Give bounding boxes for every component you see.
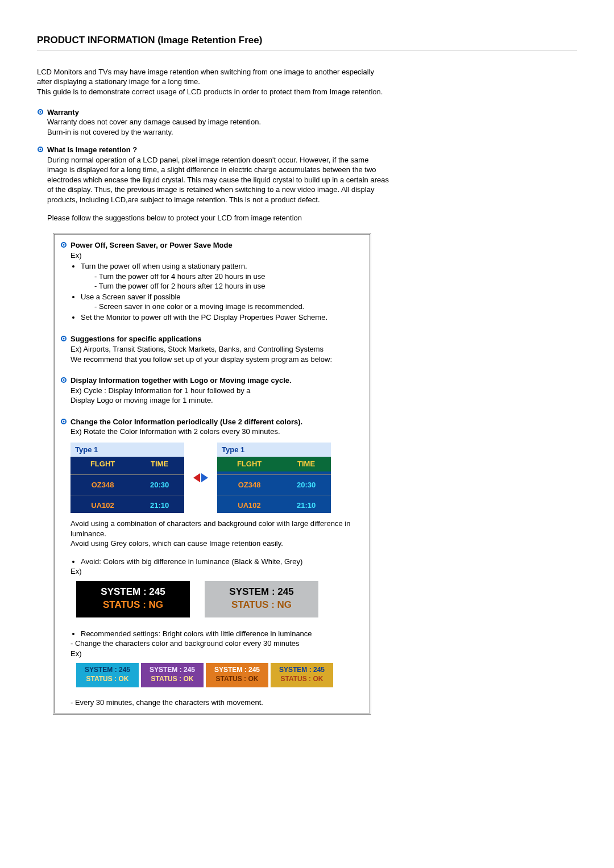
status-system-line: SYSTEM : 245 xyxy=(76,586,190,599)
flight-table-right: FLGHT TIME OZ348 20:30 UA102 21:10 xyxy=(217,457,331,513)
after-flight-text: Avoid using a combination of characters … xyxy=(70,519,364,549)
flight-row: OZ348 20:30 xyxy=(70,478,184,493)
warranty-line-1: Warranty does not cover any damage cause… xyxy=(47,118,261,126)
whatis-title: What is Image retention ? xyxy=(47,145,137,154)
status-ok-line: STATUS : OK xyxy=(76,674,139,683)
status-mini-4: SYSTEM : 245 STATUS : OK xyxy=(271,663,333,687)
whatis-section: What is Image retention ? During normal … xyxy=(37,145,389,205)
status-ok-line: STATUS : OK xyxy=(271,674,333,683)
flight-cell-time: 20:30 xyxy=(135,478,184,493)
flight-row: OZ348 20:30 xyxy=(217,478,331,493)
suggestions-section: Suggestions for specific applications Ex… xyxy=(60,334,364,364)
svg-point-3 xyxy=(40,149,42,151)
intro-line-1: LCD Monitors and TVs may have image rete… xyxy=(37,67,389,87)
final-line: - Every 30 minutes, change the character… xyxy=(70,698,364,708)
avoid-li: Avoid: Colors with big difference in lum… xyxy=(81,557,364,567)
arrow-left-icon xyxy=(193,473,200,482)
poweroff-li-2a: - Screen saver in one color or a moving … xyxy=(94,302,364,312)
poweroff-title: Power Off, Screen Saver, or Power Save M… xyxy=(70,241,233,249)
changecolor-section: Change the Color Information periodicall… xyxy=(60,417,364,437)
status-ok-quad: SYSTEM : 245 STATUS : OK SYSTEM : 245 ST… xyxy=(76,663,364,687)
framed-box: Power Off, Screen Saver, or Power Save M… xyxy=(53,233,371,715)
title-rule xyxy=(37,51,577,51)
poweroff-li-1-text: Turn the power off when using a stationa… xyxy=(81,262,247,270)
flight-cell-code: UA102 xyxy=(217,498,281,513)
status-mini-1: SYSTEM : 245 STATUS : OK xyxy=(76,663,139,687)
svg-point-7 xyxy=(63,338,65,340)
poweroff-li-3: Set the Monitor to power off with the PC… xyxy=(81,312,364,323)
status-system-line: SYSTEM : 245 xyxy=(206,665,268,674)
intro-line-2: This guide is to demonstrate correct usa… xyxy=(37,87,389,97)
poweroff-li-2-text: Use a Screen saver if possible xyxy=(81,293,181,301)
flight-cell-time: 21:10 xyxy=(281,498,331,513)
warranty-section: Warranty Warranty does not cover any dam… xyxy=(37,107,389,137)
poweroff-section: Power Off, Screen Saver, or Power Save M… xyxy=(60,240,364,323)
displayinfo-l1: Ex) Cycle : Display Information for 1 ho… xyxy=(70,386,250,395)
status-card-dark: SYSTEM : 245 STATUS : NG xyxy=(76,581,190,617)
svg-point-5 xyxy=(63,244,65,246)
flight-row: UA102 21:10 xyxy=(217,498,331,513)
bullet-icon xyxy=(60,377,70,383)
displayinfo-l2: Display Logo or moving image for 1 minut… xyxy=(70,396,213,404)
flight-cell-code: UA102 xyxy=(70,498,135,513)
bullet-icon xyxy=(37,108,47,115)
flight-header-time: TIME xyxy=(135,457,184,471)
svg-point-9 xyxy=(63,379,65,381)
status-system-line: SYSTEM : 245 xyxy=(205,586,318,599)
flight-row: UA102 21:10 xyxy=(70,498,184,513)
flight-type-label: Type 1 xyxy=(217,443,331,457)
flight-header-time: TIME xyxy=(281,457,331,471)
after-flight-p1: Avoid using a combination of characters … xyxy=(70,519,350,538)
swap-arrows-icon xyxy=(193,473,208,482)
status-ok-line: STATUS : OK xyxy=(206,674,268,683)
arrow-right-icon xyxy=(201,473,208,482)
displayinfo-section: Display Information together with Logo o… xyxy=(60,375,364,406)
flight-cell-time: 20:30 xyxy=(281,478,331,493)
avoid-section: Avoid: Colors with big difference in lum… xyxy=(70,557,364,577)
intro-text: LCD Monitors and TVs may have image rete… xyxy=(37,67,389,97)
bullet-icon xyxy=(60,418,70,425)
poweroff-li-1: Turn the power off when using a stationa… xyxy=(81,261,364,291)
changecolor-title: Change the Color Information periodicall… xyxy=(70,418,302,426)
flight-card-right: Type 1 FLGHT TIME OZ348 20:30 UA102 21:1… xyxy=(217,443,331,513)
avoid-ex: Ex) xyxy=(70,567,82,575)
follow-text: Please follow the suggestions below to p… xyxy=(47,213,400,223)
changecolor-l1: Ex) Rotate the Color Information with 2 … xyxy=(70,427,280,436)
poweroff-li-1a: - Turn the power off for 4 hours after 2… xyxy=(94,272,364,282)
bullet-icon xyxy=(37,146,47,153)
warranty-title: Warranty xyxy=(47,108,79,116)
flight-cell-code: OZ348 xyxy=(217,478,281,493)
page-title: PRODUCT INFORMATION (Image Retention Fre… xyxy=(37,34,577,47)
status-ng-pair: SYSTEM : 245 STATUS : NG SYSTEM : 245 ST… xyxy=(76,581,364,617)
flight-header-flight: FLGHT xyxy=(217,457,281,471)
suggestions-l2: We recommend that you follow set up of y… xyxy=(70,355,332,364)
flight-cell-time: 21:10 xyxy=(135,498,184,513)
poweroff-ex: Ex) xyxy=(70,251,82,260)
flight-type-label: Type 1 xyxy=(70,443,184,457)
flight-card-left: Type 1 FLGHT TIME OZ348 20:30 UA102 21:1… xyxy=(70,443,184,513)
flight-table-left: FLGHT TIME OZ348 20:30 UA102 21:10 xyxy=(70,457,184,513)
suggestions-l1: Ex) Airports, Transit Stations, Stock Ma… xyxy=(70,345,323,353)
recommended-section: Recommended settings: Bright colors with… xyxy=(70,629,364,659)
svg-point-1 xyxy=(40,111,42,112)
status-card-grey: SYSTEM : 245 STATUS : NG xyxy=(205,581,318,617)
status-ng-line: STATUS : NG xyxy=(205,599,318,612)
status-mini-3: SYSTEM : 245 STATUS : OK xyxy=(206,663,268,687)
svg-point-11 xyxy=(63,420,65,422)
displayinfo-title: Display Information together with Logo o… xyxy=(70,376,292,385)
status-system-line: SYSTEM : 245 xyxy=(141,665,204,674)
warranty-line-2: Burn-in is not covered by the warranty. xyxy=(47,128,173,136)
recommended-dash: - Change the characters color and backgr… xyxy=(70,639,300,648)
flight-cell-code: OZ348 xyxy=(70,478,135,493)
status-ng-line: STATUS : NG xyxy=(76,599,190,612)
status-system-line: SYSTEM : 245 xyxy=(76,665,139,674)
after-flight-p2: Avoid using Grey colors, which can cause… xyxy=(70,539,283,548)
flight-header-flight: FLGHT xyxy=(70,457,135,471)
recommended-li: Recommended settings: Bright colors with… xyxy=(81,629,364,639)
bullet-icon xyxy=(60,241,70,248)
flight-example-pair: Type 1 FLGHT TIME OZ348 20:30 UA102 21:1… xyxy=(70,443,364,513)
bullet-icon xyxy=(60,335,70,342)
poweroff-li-1b: - Turn the power off for 2 hours after 1… xyxy=(94,281,364,291)
recommended-ex: Ex) xyxy=(70,649,82,658)
status-system-line: SYSTEM : 245 xyxy=(271,665,333,674)
